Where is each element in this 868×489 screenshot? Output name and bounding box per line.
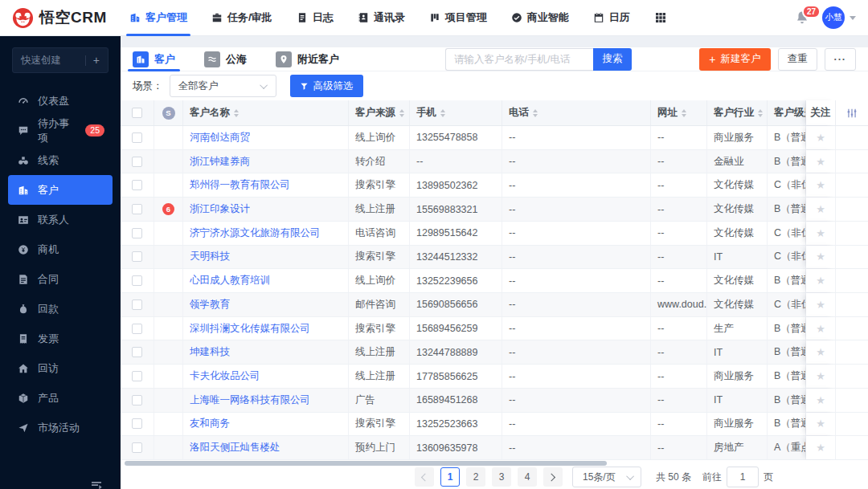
row-checkbox[interactable] xyxy=(132,371,142,381)
nav-item-calendar[interactable]: 日历 xyxy=(593,0,630,36)
customer-name-link[interactable]: 领学教育 xyxy=(190,298,230,312)
column-settings-icon[interactable] xyxy=(846,108,858,119)
customer-name-link[interactable]: 浙江印象设计 xyxy=(190,202,250,216)
goto-page-input[interactable] xyxy=(727,467,759,487)
page-1-button[interactable]: 1 xyxy=(440,467,460,487)
table-row[interactable]: 深圳抖澜文化传媒有限公司 搜索引擎 15689456259 -- -- 生产 B… xyxy=(121,317,868,341)
customer-name-link[interactable]: 友和商务 xyxy=(190,417,230,430)
new-customer-button[interactable]: + 新建客户 xyxy=(699,48,770,71)
prev-page-button[interactable] xyxy=(415,467,434,487)
follow-star-icon[interactable] xyxy=(816,346,825,358)
tab-public-pool[interactable]: 公海 xyxy=(204,47,247,71)
customer-name-link[interactable]: 河南创达商贸 xyxy=(190,131,250,145)
table-row[interactable]: 浙江钟建券商 转介绍 -- -- -- 金融业 B（普通客 xyxy=(121,150,868,174)
table-row[interactable]: 领学教育 邮件咨询 15690856656 -- www.doud... 文化传… xyxy=(121,293,868,317)
nav-item-business-intelligence[interactable]: 商业智能 xyxy=(511,0,569,36)
column-header-mobile[interactable]: 手机 xyxy=(410,100,502,125)
row-checkbox[interactable] xyxy=(132,442,142,453)
follow-star-icon[interactable] xyxy=(816,156,825,168)
follow-star-icon[interactable] xyxy=(816,323,825,335)
apps-grid-button[interactable] xyxy=(654,0,667,36)
nav-item-tasks-approval[interactable]: 任务/审批 xyxy=(211,0,272,36)
page-size-select[interactable]: 15条/页 xyxy=(572,467,641,487)
row-checkbox[interactable] xyxy=(132,324,142,334)
follow-star-icon[interactable] xyxy=(816,418,825,430)
follow-star-icon[interactable] xyxy=(816,227,825,239)
nav-item-log[interactable]: 日志 xyxy=(297,0,334,36)
sidebar-item-opportunities[interactable]: 商机 xyxy=(8,234,113,264)
sidebar-item-customers[interactable]: 客户 xyxy=(8,175,113,205)
search-input[interactable] xyxy=(445,48,593,71)
row-checkbox[interactable] xyxy=(132,418,142,429)
table-row[interactable]: 友和商务 搜索引擎 13252523663 -- -- 商业服务 B（普通客 xyxy=(121,413,868,437)
nav-item-address-book[interactable]: 通讯录 xyxy=(358,0,405,36)
page-2-button[interactable]: 2 xyxy=(466,467,485,487)
table-row[interactable]: 郑州得一教育有限公司 搜索引擎 13898502362 -- -- 文化传媒 C… xyxy=(121,173,868,198)
sidebar-item-campaigns[interactable]: 市场活动 xyxy=(8,413,113,442)
row-checkbox[interactable] xyxy=(132,180,142,190)
column-header-phone[interactable]: 电话 xyxy=(502,100,651,125)
dedupe-button[interactable]: 查重 xyxy=(778,48,817,71)
collapse-sidebar-icon[interactable] xyxy=(90,479,103,489)
sidebar-item-contacts[interactable]: 联系人 xyxy=(8,205,113,234)
table-row[interactable]: 6 浙江印象设计 线上注册 15569883321 -- -- 文化传媒 B（普… xyxy=(121,198,868,222)
follow-star-icon[interactable] xyxy=(816,203,825,215)
row-checkbox[interactable] xyxy=(132,204,142,214)
row-checkbox[interactable] xyxy=(132,395,142,405)
row-checkbox[interactable] xyxy=(132,228,142,238)
table-row[interactable]: 心田成人教育培训 线上询价 13252239656 -- -- 文化传媒 B（普… xyxy=(121,269,868,293)
sidebar-item-payments[interactable]: 回款 xyxy=(8,294,113,324)
tab-nearby-customers[interactable]: 附近客户 xyxy=(276,47,339,71)
table-row[interactable]: 河南创达商贸 线上询价 13255478858 -- -- 商业服务 B（普通客 xyxy=(121,126,868,150)
table-row[interactable]: 济宁济水源文化旅游有限公司 电话咨询 12989515642 -- -- 文化传… xyxy=(121,222,868,246)
table-row[interactable]: 坤建科技 线上注册 13244788889 -- -- IT B（普通客 xyxy=(121,340,868,365)
sidebar-item-leads[interactable]: 线索 xyxy=(8,145,113,175)
quick-create-button[interactable]: 快速创建 + xyxy=(12,47,108,73)
nav-item-project-management[interactable]: 项目管理 xyxy=(429,0,487,36)
row-checkbox[interactable] xyxy=(132,132,142,143)
sidebar-item-products[interactable]: 产品 xyxy=(8,383,113,413)
column-header-website[interactable]: 网址 xyxy=(651,100,707,125)
sidebar-item-contracts[interactable]: 合同 xyxy=(8,264,113,294)
customer-name-link[interactable]: 深圳抖澜文化传媒有限公司 xyxy=(190,322,310,336)
table-row[interactable]: 卡夫化妆品公司 线上注册 17785856625 -- -- 商业服务 B（普通… xyxy=(121,365,868,389)
notifications-button[interactable]: 27 xyxy=(795,10,809,25)
sort-icon[interactable] xyxy=(682,109,686,117)
row-checkbox[interactable] xyxy=(132,157,142,167)
follow-star-icon[interactable] xyxy=(816,442,825,454)
column-header-level[interactable]: 客户级别 xyxy=(768,100,806,125)
customer-name-link[interactable]: 心田成人教育培训 xyxy=(190,274,270,287)
customer-name-link[interactable]: 天明科技 xyxy=(190,250,230,263)
follow-star-icon[interactable] xyxy=(816,394,825,406)
horizontal-scrollbar[interactable] xyxy=(125,461,607,466)
page-3-button[interactable]: 3 xyxy=(492,467,511,487)
scene-select[interactable]: 全部客户 xyxy=(170,75,276,97)
row-checkbox[interactable] xyxy=(132,275,142,286)
next-page-button[interactable] xyxy=(543,467,563,487)
follow-star-icon[interactable] xyxy=(816,251,825,263)
customer-name-link[interactable]: 济宁济水源文化旅游有限公司 xyxy=(190,226,321,240)
customer-name-link[interactable]: 浙江钟建券商 xyxy=(190,155,250,169)
sidebar-item-dashboard[interactable]: 仪表盘 xyxy=(8,86,113,116)
page-4-button[interactable]: 4 xyxy=(518,467,537,487)
sort-icon[interactable] xyxy=(234,109,239,117)
customer-name-link[interactable]: 上海唯一网络科技有限公司 xyxy=(190,393,310,407)
sidebar-item-todo[interactable]: 待办事项 25 xyxy=(8,116,113,145)
sort-icon[interactable] xyxy=(758,109,763,117)
brand-logo[interactable]: 悟空CRM xyxy=(12,7,123,29)
row-checkbox[interactable] xyxy=(132,347,142,357)
sort-icon[interactable] xyxy=(533,109,538,117)
customer-name-link[interactable]: 坤建科技 xyxy=(190,345,230,359)
more-actions-button[interactable]: ··· xyxy=(825,48,857,71)
row-checkbox[interactable] xyxy=(132,300,142,310)
customer-name-link[interactable]: 洛阳天侧正灿售楼处 xyxy=(190,441,280,454)
sort-icon[interactable] xyxy=(399,109,404,117)
column-header-industry[interactable]: 客户行业 xyxy=(707,100,768,125)
follow-star-icon[interactable] xyxy=(816,370,825,382)
row-checkbox[interactable] xyxy=(132,251,142,262)
customer-name-link[interactable]: 卡夫化妆品公司 xyxy=(190,369,260,383)
table-row[interactable]: 天明科技 搜索引擎 13244512332 -- -- IT C（非优先 xyxy=(121,246,868,270)
column-header-source[interactable]: 客户来源 xyxy=(349,100,410,125)
user-menu[interactable]: 小慧 xyxy=(822,6,856,29)
sidebar-item-visits[interactable]: 回访 xyxy=(8,353,113,383)
